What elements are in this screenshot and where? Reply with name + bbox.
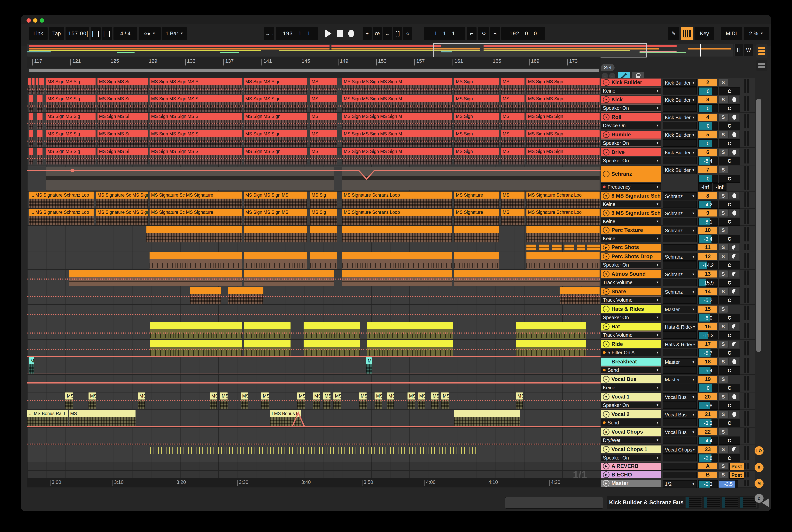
clip[interactable] [552,245,561,250]
pan-button[interactable]: C [719,366,740,375]
clip[interactable] [303,340,360,357]
clip[interactable]: MS [366,357,372,374]
output-routing-chooser[interactable]: Schranz▼ [663,288,697,296]
track-name-atmos-sound[interactable]: ▼Atmos Sound [601,270,661,278]
track-number-badge[interactable]: 16 [698,323,717,330]
monitor-button[interactable] [729,446,739,453]
clip[interactable]: MS Sign MS Sign MS S [150,130,242,147]
close-window-button[interactable] [26,18,31,23]
clip[interactable] [150,252,242,269]
device-slot[interactable] [663,87,697,95]
solo-button[interactable]: S [719,463,727,469]
automation-line[interactable] [27,106,601,107]
automation-control-chooser[interactable]: Send▼ [601,366,661,374]
clip[interactable]: MS Sign MS Sig [46,78,95,94]
arrangement-lane[interactable] [27,166,601,192]
monitor-button[interactable] [729,288,739,295]
clip[interactable]: MS Sign MS Sign [527,95,600,112]
clip[interactable]: ... MS Signature Schranz Loo [29,209,94,225]
clip[interactable] [565,245,574,250]
output-routing-chooser[interactable]: Vocal Bus▼ [663,411,697,419]
device-thumbnail[interactable] [685,497,702,508]
track-name-hats-rides[interactable]: ≡Hats & Rides [601,305,661,313]
new-button[interactable]: + [363,27,372,40]
time-signature-field[interactable]: 4 / 4 [113,27,137,40]
clip[interactable]: MS Sign MS Sign MS Sign M [342,130,452,147]
device-thumbnail[interactable] [704,497,720,508]
solo-button[interactable]: S [719,306,727,312]
clip[interactable] [310,226,337,243]
pan-button[interactable]: C [719,454,740,462]
clip[interactable] [454,226,499,243]
arrangement-lane[interactable]: MMS [27,357,601,375]
arrangement-lane[interactable]: ... MS Signature Schranz LooMS Signature… [27,209,601,226]
output-routing-chooser[interactable]: Master▼ [663,358,697,366]
clip[interactable]: MS Sign MS Sign MS [244,209,307,225]
device-slot[interactable] [663,201,697,208]
clip[interactable] [587,245,600,250]
vertical-scrollbar[interactable] [756,99,761,352]
time-ruler[interactable]: 3:003:103:203:303:403:504:004:104:20 [27,478,601,487]
track-number-badge[interactable]: 14 [698,288,717,295]
clip[interactable]: MS Sign MS Si [97,113,148,129]
send-amount-field[interactable]: -3.4 [698,235,718,243]
arrangement-lane[interactable]: MS Sign MS SigMS Sign MS SiMS Sign MS Si… [27,113,601,130]
clip[interactable] [527,226,600,243]
arrangement-lane[interactable]: MS Sign MS SigMS Sign MS SiMS Sign MS Si… [27,148,601,166]
device-slot[interactable] [663,296,697,304]
device-slot[interactable] [663,122,697,129]
pan-button[interactable]: C [719,261,740,269]
solo-button[interactable]: S [719,393,727,400]
send-amount-field[interactable]: -5.7 [698,349,718,357]
pan-button[interactable]: C [719,349,740,357]
send-amount-field[interactable]: -0.3 [698,480,718,488]
clip[interactable]: MS Signature Schranz Loo [527,209,600,225]
arrangement-lane[interactable]: ... MS Bonus Raj IMSI MS Bonus F [27,410,601,428]
device-slot[interactable] [663,104,697,112]
clip[interactable]: MS Sign MS Sign MS S [150,95,242,112]
automation-control-chooser[interactable]: Send▼ [601,419,661,426]
track-name-vocal-chops[interactable]: ≡Vocal Chops [601,428,661,436]
link-button[interactable]: Link [29,27,48,40]
clip[interactable]: MS Sign MS Sign [244,78,307,94]
send-amount-field[interactable]: -2.8 [698,454,718,462]
track-name-perc-shots-drop[interactable]: ▼Perc Shots Drop [601,252,661,260]
device-slot[interactable] [663,218,697,225]
device-slot[interactable] [663,157,697,164]
routing-blank[interactable] [663,463,697,470]
clip[interactable] [539,245,549,250]
track-lane-toggle[interactable] [756,60,768,71]
clip[interactable] [29,148,33,165]
arrangement-lane[interactable] [27,375,601,393]
quantization-menu[interactable]: 1 Bar▼ [162,27,187,40]
clip[interactable] [244,252,307,269]
track-number-badge[interactable]: 22 [698,428,717,435]
clip[interactable]: MS Signature [454,192,499,208]
clip[interactable]: MS [310,148,337,165]
device-slot[interactable] [663,235,697,242]
arm-button[interactable] [729,192,739,200]
width-zoom-button[interactable]: W [744,44,753,56]
arm-button[interactable] [729,393,739,400]
device-thumbnail[interactable] [740,497,756,508]
solo-button[interactable]: S [719,376,727,383]
arm-button[interactable] [729,131,739,138]
output-routing-chooser[interactable]: Hats & Ride‹▼ [663,341,697,348]
automation-line[interactable] [27,400,601,401]
minimize-window-button[interactable] [33,18,37,23]
clip[interactable] [69,270,242,286]
automation-control-chooser[interactable]: 5 Filter On A▼ [601,349,661,356]
clip[interactable]: MS Sign MS Si [97,130,148,147]
automation-control-chooser[interactable]: Keine▼ [601,87,661,95]
automation-line[interactable] [27,296,601,297]
clip[interactable] [228,287,263,304]
output-routing-chooser[interactable]: Schranz▼ [663,253,697,261]
arrangement-lane[interactable]: MS Sign MS SigMS Sign MS SiMS Sign MS Si… [27,130,601,148]
clip[interactable]: MS Signature Sc MS Signature [150,192,242,208]
show-m-toggle[interactable]: M [755,479,763,488]
output-routing-chooser[interactable]: Schranz▼ [663,192,697,200]
monitor-button[interactable] [729,341,739,348]
track-number-badge[interactable]: 20 [698,393,717,400]
output-routing-chooser[interactable]: Schranz▼ [663,270,697,278]
arrangement-lane[interactable] [27,445,601,462]
